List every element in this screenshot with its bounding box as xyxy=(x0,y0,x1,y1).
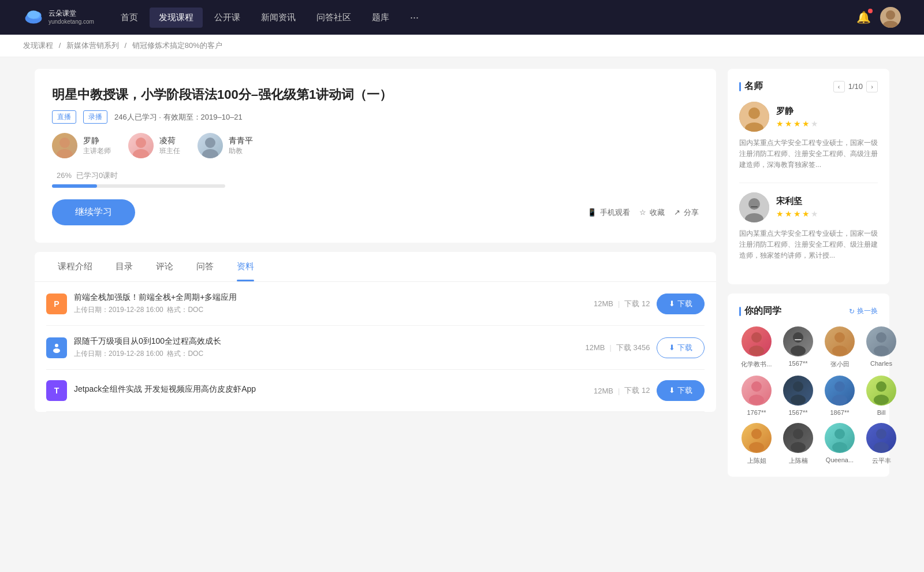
page-info: 1/10 xyxy=(848,82,863,91)
classmate-avatar-3 xyxy=(866,326,896,356)
classmates-grid: 化学教书... 1567** 张小田 xyxy=(739,326,878,465)
file-name-1: 跟随千万级项目从0到100全过程高效成长 xyxy=(74,336,578,347)
svg-point-45 xyxy=(874,442,889,452)
classmate-avatar-6 xyxy=(825,376,855,406)
file-info-1: 跟随千万级项目从0到100全过程高效成长 上传日期：2019-12-28 16:… xyxy=(74,336,578,359)
classmate-name-5: 1567** xyxy=(781,409,815,416)
page-next[interactable]: › xyxy=(866,81,878,92)
classmates-title: 你的同学 xyxy=(739,305,781,317)
nav-right: 🔔 xyxy=(856,7,901,28)
svg-point-13 xyxy=(53,348,60,353)
svg-point-30 xyxy=(751,381,762,392)
classmate-7: Bill xyxy=(864,376,899,416)
classmate-name-6: 1867** xyxy=(822,409,857,416)
classmate-9: 上陈楠 xyxy=(781,423,815,465)
nav-exam[interactable]: 题库 xyxy=(363,8,398,28)
user-avatar-img xyxy=(880,7,901,28)
classmate-avatar-1 xyxy=(783,326,813,356)
progress-label: 26%已学习0课时 xyxy=(52,170,699,181)
file-stats-2: 12MB | 下载 12 xyxy=(594,385,650,396)
nav-news[interactable]: 新闻资讯 xyxy=(252,8,305,28)
logo[interactable]: 云朵课堂yundoketang.com xyxy=(23,7,94,28)
svg-point-4 xyxy=(886,10,895,20)
svg-point-32 xyxy=(793,381,803,392)
logo-icon xyxy=(23,7,44,28)
svg-point-10 xyxy=(205,138,215,148)
navbar: 云朵课堂yundoketang.com 首页 发现课程 公开课 新闻资讯 问答社… xyxy=(0,0,924,35)
collect-button[interactable]: ☆ 收藏 xyxy=(639,207,665,218)
nav-discover[interactable]: 发现课程 xyxy=(150,8,203,28)
svg-point-22 xyxy=(749,346,764,356)
download-button-0[interactable]: ⬇ 下载 xyxy=(657,294,705,314)
course-meta-text: 246人已学习 · 有效期至：2019–10–21 xyxy=(114,112,243,122)
teacher-panel-title-text: 名师 xyxy=(739,80,763,92)
share-button[interactable]: ↗ 分享 xyxy=(674,207,699,218)
course-card: 明星中教授课，小学阶段语法100分–强化级第1讲动词（一） 直播 录播 246人… xyxy=(35,69,716,243)
tab-catalog[interactable]: 目录 xyxy=(104,252,144,281)
svg-point-11 xyxy=(202,149,218,158)
svg-point-26 xyxy=(834,332,845,343)
breadcrumb-item-3: 销冠修炼术搞定80%的客户 xyxy=(132,41,222,50)
bell-button[interactable]: 🔔 xyxy=(856,10,871,24)
user-avatar[interactable] xyxy=(880,7,901,28)
continue-button[interactable]: 继续学习 xyxy=(52,199,135,225)
file-icon-1 xyxy=(46,337,67,358)
nav-more[interactable]: ··· xyxy=(401,7,428,28)
tab-intro[interactable]: 课程介绍 xyxy=(46,252,104,281)
svg-point-39 xyxy=(749,442,764,452)
breadcrumb-item-2[interactable]: 新媒体营销系列 xyxy=(66,41,119,50)
svg-point-18 xyxy=(748,198,760,210)
course-meta: 直播 录播 246人已学习 · 有效期至：2019–10–21 xyxy=(52,110,699,124)
tab-material[interactable]: 资料 xyxy=(225,252,266,281)
file-icon-0: P xyxy=(46,294,67,314)
file-icon-2: T xyxy=(46,380,67,401)
nav-home[interactable]: 首页 xyxy=(111,8,147,28)
teacher-avatar-2 xyxy=(198,133,223,158)
svg-point-28 xyxy=(876,332,886,343)
svg-point-34 xyxy=(834,381,845,392)
svg-point-37 xyxy=(874,395,889,405)
badge-record: 录播 xyxy=(83,110,107,124)
teacher-pagination: ‹ 1/10 › xyxy=(833,81,878,92)
notification-badge xyxy=(868,9,873,13)
nav-public[interactable]: 公开课 xyxy=(205,8,249,28)
classmate-avatar-9 xyxy=(783,423,813,453)
classmate-avatar-0 xyxy=(742,326,772,356)
progress-sublabel: 已学习0课时 xyxy=(76,171,118,180)
svg-point-7 xyxy=(57,149,73,158)
svg-point-42 xyxy=(834,429,845,439)
classmate-avatar-5 xyxy=(783,376,813,406)
refresh-button[interactable]: ↻ 换一换 xyxy=(849,306,878,316)
svg-point-23 xyxy=(793,332,803,343)
classmate-name-3: Charles xyxy=(864,360,899,367)
classmate-avatar-10 xyxy=(825,423,855,453)
action-row: 继续学习 📱 手机观看 ☆ 收藏 ↗ 分享 xyxy=(52,199,699,225)
tab-qa[interactable]: 问答 xyxy=(185,252,225,281)
classmate-2: 张小田 xyxy=(822,326,857,369)
page-prev[interactable]: ‹ xyxy=(833,81,845,92)
teacher-panel-info-0: 罗静 ★★★★★ xyxy=(776,106,818,128)
svg-point-8 xyxy=(136,138,146,148)
download-button-1[interactable]: ⬇ 下载 xyxy=(657,337,705,358)
teacher-info-0: 罗静 主讲老师 xyxy=(83,136,111,156)
tab-review[interactable]: 评论 xyxy=(144,252,185,281)
download-button-2[interactable]: ⬇ 下载 xyxy=(657,380,705,401)
svg-point-38 xyxy=(751,429,762,439)
nav-items: 首页 发现课程 公开课 新闻资讯 问答社区 题库 ··· xyxy=(111,7,856,28)
classmate-6: 1867** xyxy=(822,376,857,416)
teacher-panel-info-1: 宋利坚 ★★★★★ xyxy=(776,196,818,218)
file-name-0: 前端全栈加强版！前端全栈+全周期+多端应用 xyxy=(74,292,587,303)
teacher-name-1: 凌荷 xyxy=(159,136,180,146)
classmate-0: 化学教书... xyxy=(739,326,774,369)
svg-point-5 xyxy=(883,21,898,28)
teacher-stars-1: ★★★★★ xyxy=(776,209,818,218)
breadcrumb-item-1[interactable]: 发现课程 xyxy=(23,41,53,50)
svg-point-33 xyxy=(791,395,806,405)
classmate-name-2: 张小田 xyxy=(822,360,857,369)
classmate-name-11: 云平丰 xyxy=(864,456,899,465)
svg-point-3 xyxy=(27,10,40,18)
nav-qa[interactable]: 问答社区 xyxy=(307,8,360,28)
mobile-watch-button[interactable]: 📱 手机观看 xyxy=(587,207,630,218)
teacher-desc-0: 国内某重点大学安全工程专业硕士，国家一级注册消防工程师、注册安全工程师、高级注册… xyxy=(739,138,878,171)
teacher-avatar-1 xyxy=(128,133,154,158)
